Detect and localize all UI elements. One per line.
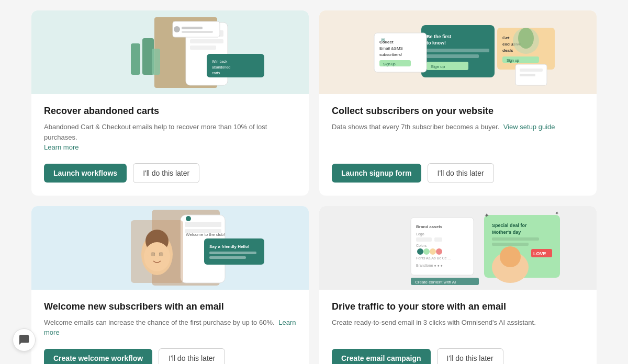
svg-rect-3 <box>190 39 223 43</box>
illustration-campaign: Brand assets Logo Colors Fonts Aa Ab Bc … <box>343 207 573 288</box>
svg-text:Be the first: Be the first <box>427 34 451 39</box>
card-desc-abandoned: Abandoned Cart & Checkout emails help to… <box>44 122 296 153</box>
svg-text:Special deal for: Special deal for <box>492 223 527 228</box>
svg-text:Sign up: Sign up <box>507 59 519 63</box>
svg-point-65 <box>417 248 423 255</box>
svg-rect-39 <box>520 74 535 76</box>
svg-rect-9 <box>131 43 140 75</box>
svg-text:Get: Get <box>502 36 510 40</box>
svg-rect-74 <box>492 237 539 241</box>
card-image-traffic: Brand assets Logo Colors Fonts Aa Ab Bc … <box>319 206 597 290</box>
illustration-welcome: Say a friendly Hello! Welcome to the clu… <box>71 207 270 288</box>
svg-rect-15 <box>182 31 213 33</box>
svg-point-68 <box>436 248 442 255</box>
card-title-welcome: Welcome new subscribers with an email <box>44 301 296 312</box>
svg-text:Brandtone  ● ● ●: Brandtone ● ● ● <box>416 264 443 267</box>
create-welcome-workflow-button[interactable]: Create welcome workflow <box>44 349 152 365</box>
main-grid: Win-back abandoned carts Recover abandon… <box>0 0 628 364</box>
svg-point-58 <box>159 251 167 257</box>
svg-rect-19 <box>427 49 489 52</box>
svg-point-67 <box>430 248 436 255</box>
card-desc-traffic: Create ready-to-send email in 3 clicks w… <box>332 317 584 338</box>
svg-rect-11 <box>152 49 160 75</box>
card-desc-welcome: Welcome emails can increase the chance o… <box>44 317 296 338</box>
svg-point-13 <box>174 26 180 32</box>
svg-text:deals: deals <box>502 48 513 53</box>
svg-rect-48 <box>209 256 246 259</box>
svg-text:✉: ✉ <box>381 37 385 43</box>
card-title-abandoned: Recover abandoned carts <box>44 106 296 117</box>
svg-text:Mother's day: Mother's day <box>492 230 521 235</box>
card-title-traffic: Drive traffic to your store with an emai… <box>332 301 584 312</box>
svg-rect-20 <box>427 54 479 58</box>
card-content-welcome: Welcome new subscribers with an email We… <box>31 290 309 365</box>
svg-text:subscribers!: subscribers! <box>379 52 402 57</box>
card-image-abandoned: Win-back abandoned carts <box>31 10 309 94</box>
svg-text:Win-back: Win-back <box>212 60 228 63</box>
svg-text:Sign up: Sign up <box>431 64 445 69</box>
card-abandoned-carts: Win-back abandoned carts Recover abandon… <box>31 10 309 196</box>
svg-rect-75 <box>492 243 529 246</box>
svg-text:Create content with AI: Create content with AI <box>415 280 456 285</box>
svg-rect-14 <box>182 27 203 29</box>
launch-workflows-button[interactable]: Launch workflows <box>44 164 127 183</box>
svg-point-54 <box>144 242 170 271</box>
svg-rect-47 <box>209 252 256 254</box>
card-content-subscribers: Collect subscribers on your website Data… <box>319 94 597 196</box>
svg-text:Fonts  Aa Ab Bc Cc ...: Fonts Aa Ab Bc Cc ... <box>416 256 451 260</box>
svg-rect-63 <box>434 237 442 242</box>
svg-rect-38 <box>520 69 543 72</box>
chat-fab[interactable] <box>13 328 36 351</box>
svg-text:LOVE: LOVE <box>533 251 546 256</box>
do-later-button-abandoned[interactable]: I'll do this later <box>133 163 199 183</box>
do-later-button-subscribers[interactable]: I'll do this later <box>428 163 494 183</box>
svg-rect-43 <box>185 222 221 227</box>
svg-text:✦: ✦ <box>484 212 489 219</box>
card-actions-traffic: Create email campaign I'll do this later <box>332 348 584 365</box>
svg-text:to know!: to know! <box>427 40 446 46</box>
svg-text:Email &SMS: Email &SMS <box>379 46 403 51</box>
launch-signup-form-button[interactable]: Launch signup form <box>332 164 421 183</box>
card-welcome-email: Say a friendly Hello! Welcome to the clu… <box>31 206 309 365</box>
card-actions-welcome: Create welcome workflow I'll do this lat… <box>44 348 296 365</box>
illustration-subscribers: Be the first to know! Sign up Collect Em… <box>343 12 573 93</box>
card-actions-subscribers: Launch signup form I'll do this later <box>332 163 584 183</box>
svg-text:carts: carts <box>212 71 220 75</box>
svg-text:Welcome to the club!: Welcome to the club! <box>186 232 225 237</box>
svg-text:✦: ✦ <box>555 210 559 216</box>
svg-rect-62 <box>416 237 432 242</box>
svg-point-66 <box>423 248 430 255</box>
card-actions-abandoned: Launch workflows I'll do this later <box>44 163 296 183</box>
card-desc-subscribers: Data shows that every 7th subscriber bec… <box>332 122 584 153</box>
do-later-button-traffic[interactable]: I'll do this later <box>437 348 503 365</box>
card-content-traffic: Drive traffic to your store with an emai… <box>319 290 597 365</box>
svg-point-36 <box>518 28 534 49</box>
card-image-welcome: Say a friendly Hello! Welcome to the clu… <box>31 206 309 290</box>
card-collect-subscribers: Be the first to know! Sign up Collect Em… <box>319 10 597 196</box>
card-image-subscribers: Be the first to know! Sign up Collect Em… <box>319 10 597 94</box>
svg-text:abandoned: abandoned <box>212 65 230 69</box>
illustration-abandoned: Win-back abandoned carts <box>71 12 270 93</box>
svg-rect-4 <box>190 46 216 50</box>
svg-point-57 <box>147 251 155 257</box>
svg-point-79 <box>500 246 521 267</box>
view-setup-guide-link[interactable]: View setup guide <box>503 123 555 131</box>
svg-point-50 <box>186 216 191 221</box>
learn-more-link-abandoned[interactable]: Learn more <box>44 143 78 151</box>
svg-text:Sign up: Sign up <box>383 62 396 66</box>
create-email-campaign-button[interactable]: Create email campaign <box>332 349 431 365</box>
svg-text:Say a friendly Hello!: Say a friendly Hello! <box>209 244 249 249</box>
svg-text:Colors: Colors <box>416 244 427 247</box>
svg-text:Logo: Logo <box>416 232 424 236</box>
svg-text:Brand assets: Brand assets <box>416 224 443 229</box>
card-content-abandoned: Recover abandoned carts Abandoned Cart &… <box>31 94 309 196</box>
card-title-subscribers: Collect subscribers on your website <box>332 106 584 117</box>
do-later-button-welcome[interactable]: I'll do this later <box>159 348 225 365</box>
chat-icon <box>18 334 30 346</box>
card-drive-traffic: Brand assets Logo Colors Fonts Aa Ab Bc … <box>319 206 597 365</box>
